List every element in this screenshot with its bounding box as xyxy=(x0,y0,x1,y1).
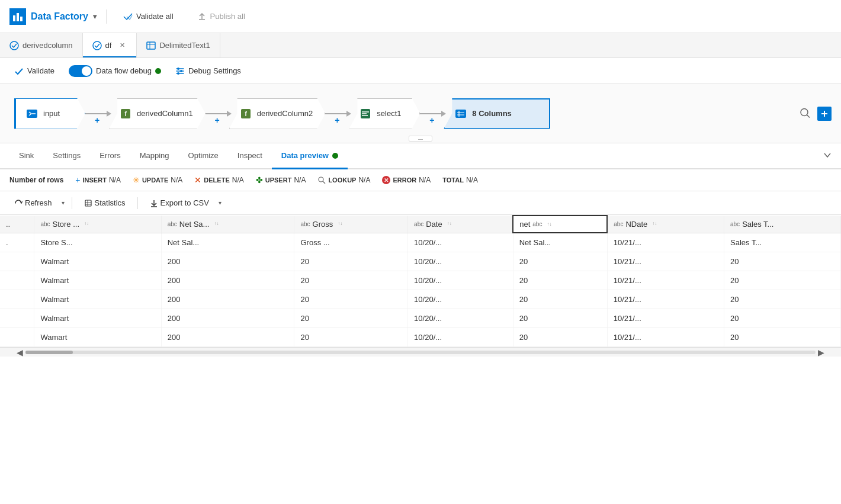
node-8columns[interactable]: 8 Columns xyxy=(444,98,550,129)
th-ndate[interactable]: abc NDate ↑↓ xyxy=(607,216,724,233)
cell-salest: 20 xyxy=(724,252,841,271)
table-row: Wamart2002010/20/...2010/21/...20 xyxy=(0,328,841,347)
sort-date-icon[interactable]: ↑↓ xyxy=(447,221,452,226)
cell-dot xyxy=(0,328,34,347)
cell-ndate: 10/21/... xyxy=(607,252,724,271)
svg-rect-1 xyxy=(17,13,19,21)
tab-errors[interactable]: Errors xyxy=(90,143,130,169)
th-gross[interactable]: abc Gross ↑↓ xyxy=(294,216,408,233)
scrollbar-track[interactable] xyxy=(25,351,816,354)
refresh-button[interactable]: Refresh xyxy=(9,196,57,210)
tab-data-preview[interactable]: Data preview xyxy=(272,143,348,169)
canvas-search-btn[interactable] xyxy=(800,107,810,120)
plus-connector4[interactable]: + xyxy=(429,115,434,125)
arrow-head3 xyxy=(346,111,351,117)
cell-salest: 20 xyxy=(724,309,841,328)
cell-net: Net Sal... xyxy=(513,233,607,252)
node-derived1[interactable]: f derivedColumn1 xyxy=(109,98,206,129)
cell-store: Walmart xyxy=(34,290,161,309)
node-derived2[interactable]: f derivedColumn2 xyxy=(229,98,326,129)
toolbar-sep1 xyxy=(72,197,72,209)
tab-df-close[interactable]: ✕ xyxy=(117,41,127,50)
node-derived1-label: derivedColumn1 xyxy=(137,109,193,118)
stat-error: ✕ ERROR N/A xyxy=(382,176,431,184)
refresh-icon xyxy=(14,199,23,207)
scroll-left-btn[interactable]: ◀ xyxy=(14,348,25,357)
cell-ndate: 10/21/... xyxy=(607,309,724,328)
delete-label: DELETE xyxy=(204,176,229,184)
statistics-button[interactable]: Statistics xyxy=(79,196,130,210)
collapse-handle[interactable]: — xyxy=(409,136,432,142)
tab-optimize[interactable]: Optimize xyxy=(179,143,228,169)
node-select1[interactable]: select1 xyxy=(349,98,420,129)
debug-toggle[interactable] xyxy=(69,65,92,77)
node-input[interactable]: input xyxy=(14,98,85,129)
canvas-zoom-btn[interactable] xyxy=(817,107,832,121)
svg-point-4 xyxy=(10,41,18,50)
chevron-down-icon[interactable]: ▾ xyxy=(93,12,97,21)
node-select1-label: select1 xyxy=(377,109,401,118)
tab-inspect[interactable]: Inspect xyxy=(228,143,272,169)
cell-date: 10/20/... xyxy=(408,271,513,290)
derived2-node-icon: f xyxy=(239,107,252,120)
th-netsa[interactable]: abc Net Sa... ↑↓ xyxy=(161,216,294,233)
th-date[interactable]: abc Date ↑↓ xyxy=(408,216,513,233)
update-value: N/A xyxy=(171,176,182,184)
th-dot[interactable]: .. xyxy=(0,216,34,233)
debug-status-indicator xyxy=(155,68,161,74)
plus-connector2[interactable]: + xyxy=(215,115,220,125)
plus-connector[interactable]: + xyxy=(95,115,99,125)
source-node-icon xyxy=(25,107,38,120)
stat-delete: ✕ DELETE N/A xyxy=(194,175,243,185)
cell-netsa: 200 xyxy=(161,271,294,290)
validate-button[interactable]: Validate xyxy=(9,64,59,78)
tab-sink[interactable]: Sink xyxy=(9,143,43,169)
tab-settings[interactable]: Settings xyxy=(43,143,90,169)
tab-derivedcolumn[interactable]: derivedcolumn xyxy=(0,33,83,57)
plus-connector3[interactable]: + xyxy=(335,115,339,125)
sort-net-icon[interactable]: ↑↓ xyxy=(547,222,551,227)
error-label: ERROR xyxy=(393,176,416,184)
scroll-right-btn[interactable]: ▶ xyxy=(816,348,827,357)
cell-gross: 20 xyxy=(294,271,408,290)
export-csv-button[interactable]: Export to CSV xyxy=(145,196,214,210)
node-8columns-inner: 8 Columns xyxy=(445,107,523,120)
sort-store-icon[interactable]: ↑↓ xyxy=(84,221,89,226)
collapse-panel-btn[interactable] xyxy=(823,151,832,161)
cell-store: Walmart xyxy=(34,309,161,328)
validate-all-icon xyxy=(123,12,133,21)
cell-date: 10/20/... xyxy=(408,290,513,309)
sink-node-icon xyxy=(454,107,467,120)
sort-ndate-icon[interactable]: ↑↓ xyxy=(652,221,657,226)
publish-all-button[interactable]: Publish all xyxy=(190,8,252,25)
sort-gross-icon[interactable]: ↑↓ xyxy=(338,221,342,226)
svg-rect-0 xyxy=(13,15,15,21)
data-table: .. abc Store ... ↑↓ abc Net Sa... ↑↓ xyxy=(0,215,841,347)
cell-gross: Gross ... xyxy=(294,233,408,252)
th-salest[interactable]: abc Sales T... xyxy=(724,216,841,233)
export-dropdown-arrow[interactable]: ▾ xyxy=(219,200,222,206)
debug-settings-button[interactable]: Debug Settings xyxy=(171,64,246,78)
cell-dot xyxy=(0,271,34,290)
validate-all-button[interactable]: Validate all xyxy=(116,8,181,25)
node-input-label: input xyxy=(43,109,60,118)
tab-delimitedtext[interactable]: DelimitedText1 xyxy=(137,33,220,57)
tab-mapping[interactable]: Mapping xyxy=(130,143,179,169)
svg-point-11 xyxy=(177,72,179,75)
th-store[interactable]: abc Store ... ↑↓ xyxy=(34,216,161,233)
total-value: N/A xyxy=(466,176,478,184)
tab-df[interactable]: df ✕ xyxy=(83,33,137,57)
data-table-wrap: .. abc Store ... ↑↓ abc Net Sa... ↑↓ xyxy=(0,215,841,347)
derived-node-icon: f xyxy=(119,107,132,120)
sort-netsa-icon[interactable]: ↑↓ xyxy=(214,221,219,226)
pipeline-tab-icon xyxy=(9,41,19,50)
update-icon: ✳ xyxy=(133,175,140,185)
toolbar-sep2 xyxy=(137,197,138,209)
cell-store: Store S... xyxy=(34,233,161,252)
th-net[interactable]: net abc ↑↓ xyxy=(513,216,607,233)
scrollbar-thumb[interactable] xyxy=(25,351,73,354)
publish-icon xyxy=(197,12,207,21)
refresh-dropdown-arrow[interactable]: ▾ xyxy=(62,200,65,206)
cell-net: 20 xyxy=(513,309,607,328)
statistics-icon xyxy=(84,199,92,207)
